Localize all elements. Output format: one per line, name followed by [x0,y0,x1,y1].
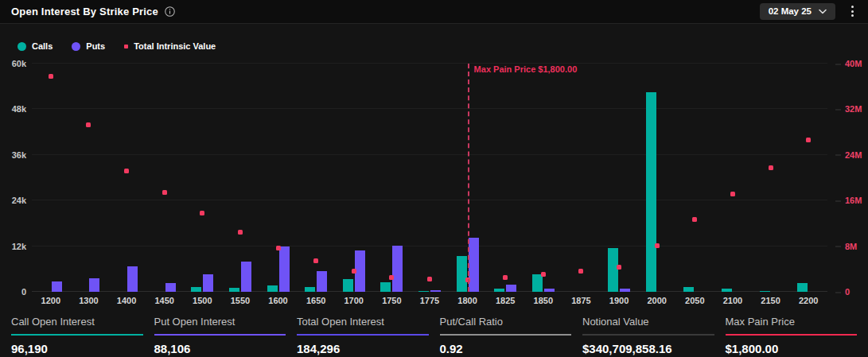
title-wrap: Open Interest By Strike Price [11,6,175,17]
intrinsic-value-dot [276,246,281,250]
stats-bar: Call Open Interest 96,190 Put Open Inter… [0,313,868,357]
bar-pair [411,64,449,292]
puts-bar [52,281,62,292]
kebab-menu-button[interactable] [848,4,857,18]
puts-bar [165,283,176,292]
stat-label: Notional Value [582,316,714,328]
category-slot [183,64,221,292]
x-axis-tick: 1800 [449,296,487,306]
y-axis-left-tick: 60k [12,60,26,68]
calls-bar [722,289,732,292]
legend-item-puts[interactable]: Puts [72,41,105,51]
bar-pair [600,64,638,292]
y-axis-left-tick: 12k [12,242,26,250]
stat-notional-value: Notional Value $340,709,858.16 [582,316,714,357]
legend-item-calls[interactable]: Calls [18,41,53,51]
puts-bar [203,274,213,292]
x-axis-tick: 2000 [638,296,676,306]
bar-pair [335,64,373,292]
category-slot [107,64,146,292]
stat-put-call-ratio: Put/Call Ratio 0.92 [440,316,572,357]
x-axis-tick: 2050 [676,296,714,306]
calls-bar [494,289,504,292]
puts-bar [392,246,403,292]
calls-bar [191,287,201,292]
stat-underline [440,334,572,336]
intrinsic-value-dot [617,265,621,270]
category-slot [297,64,335,292]
open-interest-widget: Open Interest By Strike Price 02 May 25 [0,0,868,357]
bar-pair [562,64,601,292]
x-axis-tick: 1700 [335,296,373,306]
intrinsic-value-dot [541,272,546,277]
info-icon[interactable] [165,6,175,17]
stat-label: Total Open Interest [297,316,429,328]
legend-label: Calls [32,41,53,51]
x-axis-tick: 1550 [221,296,259,306]
y-axis-right-tick: 0 [845,288,850,297]
stat-value: 184,296 [297,342,429,355]
puts-bar [317,271,327,292]
category-slot [373,64,411,292]
bar-pair [676,64,714,292]
intrinsic-value-dot [200,211,204,215]
stat-value: 0.92 [440,342,572,355]
max-pain-label: Max Pain Price $1,800.00 [474,64,578,74]
calls-bar [760,291,770,292]
intrinsic-value-dot [49,74,53,79]
calls-bar [683,287,694,292]
y-axis-right-tick: 32M [845,105,862,114]
bar-pair [221,64,259,292]
calls-bar [343,279,353,292]
puts-bar [544,289,555,292]
category-slot [259,64,298,292]
stat-label: Put/Call Ratio [440,316,572,328]
puts-bar [127,266,138,292]
puts-bar [469,238,479,292]
legend-label: Puts [86,41,105,51]
stat-value: 96,190 [11,342,143,355]
category-slot [562,64,601,292]
category-slot [752,64,790,292]
puts-bar [430,290,441,292]
stat-put-open-interest: Put Open Interest 88,106 [154,316,286,357]
stat-underline [11,334,143,336]
x-axis-tick: 1400 [107,296,146,306]
category-slot [486,64,524,292]
max-pain-line [468,64,469,292]
intrinsic-value-dot [124,169,129,173]
x-axis-tick: 2200 [789,296,827,306]
date-selector-button[interactable]: 02 May 25 [760,3,835,21]
calls-bar [229,288,239,292]
calls-bar [457,256,467,292]
stat-total-open-interest: Total Open Interest 184,296 [297,316,429,357]
calls-bar [797,283,808,292]
bar-pair [146,64,184,292]
y-axis-left-tick: 0 [21,288,26,297]
bar-pair [107,64,146,292]
date-selector-value: 02 May 25 [769,6,812,17]
y-axis-right-tick: 24M [845,150,862,159]
stat-underline [297,334,429,336]
intrinsic-value-dot [730,192,735,196]
stat-underline [582,334,714,336]
calls-bar [646,92,656,292]
stat-underline [154,334,286,336]
intrinsic-value-dot [389,275,394,280]
calls-bar [608,248,618,292]
category-slot [411,64,449,292]
x-axis-tick: 1500 [183,296,221,306]
x-axis-tick: 1600 [259,296,298,306]
puts-marker-icon [72,42,80,51]
intrinsic-value-marker-icon [124,45,128,49]
category-slot [335,64,373,292]
y-axis-right-tick: 8M [845,242,857,250]
y-axis-right: 08M16M24M32M40M [834,64,868,292]
bar-pair [259,64,298,292]
x-axis-tick: 1450 [146,296,184,306]
x-axis-tick: 1850 [524,296,562,306]
stat-underline [726,334,858,336]
stat-max-pain-price: Max Pain Price $1,800.00 [726,316,858,357]
legend-item-total-intrinsic-value[interactable]: Total Intrinsic Value [124,41,216,51]
intrinsic-value-dot [769,165,773,170]
